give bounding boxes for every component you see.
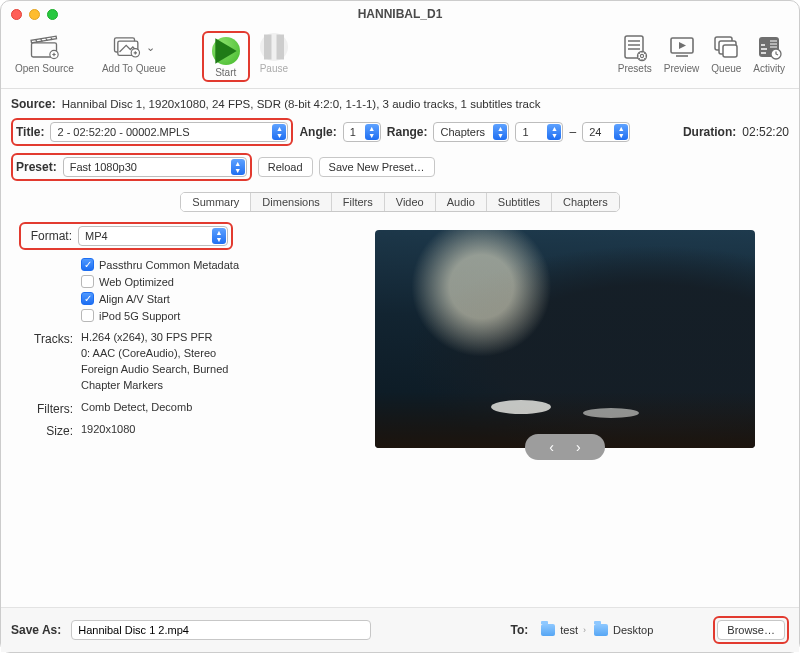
range-from-value: 1 bbox=[522, 126, 528, 138]
to-label: To: bbox=[510, 623, 528, 637]
size-label: Size: bbox=[19, 422, 73, 438]
summary-left: Format: MP4 ▲▼ ✓ Passthru Common Metadat… bbox=[19, 222, 339, 607]
checkbox-icon bbox=[81, 275, 94, 288]
chevron-updown-icon: ▲▼ bbox=[214, 228, 224, 244]
chevron-updown-icon: ▲▼ bbox=[233, 159, 243, 175]
save-new-preset-label: Save New Preset… bbox=[329, 161, 425, 173]
preset-select[interactable]: Fast 1080p30 ▲▼ bbox=[63, 157, 247, 177]
save-as-input[interactable] bbox=[71, 620, 371, 640]
traffic-lights bbox=[11, 9, 58, 20]
to-path[interactable]: test › Desktop bbox=[538, 624, 653, 636]
queue-button[interactable]: Queue bbox=[705, 31, 747, 74]
preset-value: Fast 1080p30 bbox=[70, 161, 137, 173]
angle-label: Angle: bbox=[299, 125, 336, 139]
duration-value: 02:52:20 bbox=[742, 125, 789, 139]
browse-button[interactable]: Browse… bbox=[717, 620, 785, 640]
next-frame-button[interactable]: › bbox=[576, 439, 581, 455]
tab-audio[interactable]: Audio bbox=[436, 193, 487, 211]
weboptimized-checkbox-row[interactable]: Web Optimized bbox=[81, 275, 339, 288]
tab-dimensions[interactable]: Dimensions bbox=[251, 193, 331, 211]
pause-icon bbox=[260, 33, 288, 61]
title-select[interactable]: 2 - 02:52:20 - 00002.MPLS ▲▼ bbox=[50, 122, 288, 142]
alignav-checkbox-row[interactable]: ✓ Align A/V Start bbox=[81, 292, 339, 305]
title-select-value: 2 - 02:52:20 - 00002.MPLS bbox=[57, 126, 189, 138]
track-line: 0: AAC (CoreAudio), Stereo bbox=[81, 346, 228, 362]
alignav-label: Align A/V Start bbox=[99, 293, 170, 305]
minimize-window-button[interactable] bbox=[29, 9, 40, 20]
angle-value: 1 bbox=[350, 126, 356, 138]
chevron-updown-icon: ▲▼ bbox=[274, 124, 284, 140]
presets-button[interactable]: Presets bbox=[612, 31, 658, 74]
prev-frame-button[interactable]: ‹ bbox=[549, 439, 554, 455]
range-from-select[interactable]: 1 ▲▼ bbox=[515, 122, 563, 142]
angle-select[interactable]: 1 ▲▼ bbox=[343, 122, 381, 142]
svg-rect-13 bbox=[723, 45, 737, 57]
add-to-queue-dropdown-icon[interactable]: ⌄ bbox=[146, 41, 156, 54]
range-to-select[interactable]: 24 ▲▼ bbox=[582, 122, 630, 142]
tab-filters[interactable]: Filters bbox=[332, 193, 385, 211]
preview-nav: ‹ › bbox=[525, 434, 605, 460]
tab-chapters[interactable]: Chapters bbox=[552, 193, 619, 211]
source-value: Hannibal Disc 1, 1920x1080, 24 FPS, SDR … bbox=[62, 98, 541, 110]
source-label: Source: bbox=[11, 97, 56, 111]
tab-video[interactable]: Video bbox=[385, 193, 436, 211]
open-source-button[interactable]: Open Source bbox=[9, 31, 80, 74]
format-select[interactable]: MP4 ▲▼ bbox=[78, 226, 228, 246]
add-to-queue-label: Add To Queue bbox=[102, 63, 166, 74]
preview-button[interactable]: Preview bbox=[658, 31, 706, 74]
passthru-checkbox-row[interactable]: ✓ Passthru Common Metadata bbox=[81, 258, 339, 271]
maximize-window-button[interactable] bbox=[47, 9, 58, 20]
activity-button[interactable]: Activity bbox=[747, 31, 791, 74]
format-label: Format: bbox=[24, 229, 72, 243]
title-highlight: Title: 2 - 02:52:20 - 00002.MPLS ▲▼ bbox=[11, 118, 293, 146]
browse-highlight: Browse… bbox=[713, 616, 789, 644]
start-button[interactable]: Start bbox=[206, 35, 246, 78]
open-source-label: Open Source bbox=[15, 63, 74, 74]
preset-row: Preset: Fast 1080p30 ▲▼ Reload Save New … bbox=[11, 153, 789, 181]
path-seg: Desktop bbox=[613, 624, 653, 636]
reload-button[interactable]: Reload bbox=[258, 157, 313, 177]
close-window-button[interactable] bbox=[11, 9, 22, 20]
add-to-queue-button[interactable]: ⌄ Add To Queue bbox=[96, 31, 172, 74]
svg-rect-6 bbox=[276, 35, 284, 60]
range-type-select[interactable]: Chapters ▲▼ bbox=[433, 122, 509, 142]
tracks-text: H.264 (x264), 30 FPS PFR 0: AAC (CoreAud… bbox=[81, 330, 228, 394]
app-window: HANNIBAL_D1 Open Source bbox=[0, 0, 800, 653]
checkbox-icon bbox=[81, 309, 94, 322]
duration-label: Duration: bbox=[683, 125, 736, 139]
play-icon bbox=[212, 37, 240, 65]
preview-image bbox=[375, 230, 755, 448]
path-seg: test bbox=[560, 624, 578, 636]
toolbar: Open Source ⌄ Add To Queue bbox=[1, 27, 799, 89]
start-label: Start bbox=[215, 67, 236, 78]
folder-icon bbox=[594, 624, 608, 636]
queue-label: Queue bbox=[711, 63, 741, 74]
save-as-label: Save As: bbox=[11, 623, 61, 637]
bottom-bar: Save As: To: test › Desktop Browse… bbox=[1, 607, 799, 652]
summary-panel: Format: MP4 ▲▼ ✓ Passthru Common Metadat… bbox=[11, 222, 789, 607]
tab-summary[interactable]: Summary bbox=[181, 193, 251, 211]
weboptimized-label: Web Optimized bbox=[99, 276, 174, 288]
title-label: Title: bbox=[16, 125, 44, 139]
pause-label: Pause bbox=[260, 63, 288, 74]
source-row: Source: Hannibal Disc 1, 1920x1080, 24 F… bbox=[11, 97, 789, 111]
preview-panel: ‹ › bbox=[349, 222, 781, 607]
tab-group: Summary Dimensions Filters Video Audio S… bbox=[180, 192, 619, 212]
queue-icon bbox=[711, 32, 741, 62]
presets-label: Presets bbox=[618, 63, 652, 74]
format-value: MP4 bbox=[85, 230, 108, 242]
activity-icon bbox=[754, 32, 784, 62]
save-new-preset-button[interactable]: Save New Preset… bbox=[319, 157, 435, 177]
size-value: 1920x1080 bbox=[81, 422, 135, 438]
chevron-updown-icon: ▲▼ bbox=[549, 124, 559, 140]
range-to-value: 24 bbox=[589, 126, 601, 138]
activity-label: Activity bbox=[753, 63, 785, 74]
checkbox-icon: ✓ bbox=[81, 292, 94, 305]
track-line: Foreign Audio Search, Burned bbox=[81, 362, 228, 378]
ipod-label: iPod 5G Support bbox=[99, 310, 180, 322]
track-line: H.264 (x264), 30 FPS PFR bbox=[81, 330, 228, 346]
tab-subtitles[interactable]: Subtitles bbox=[487, 193, 552, 211]
ipod-checkbox-row[interactable]: iPod 5G Support bbox=[81, 309, 339, 322]
preview-icon bbox=[667, 32, 697, 62]
title-row: Title: 2 - 02:52:20 - 00002.MPLS ▲▼ Angl… bbox=[11, 118, 789, 146]
